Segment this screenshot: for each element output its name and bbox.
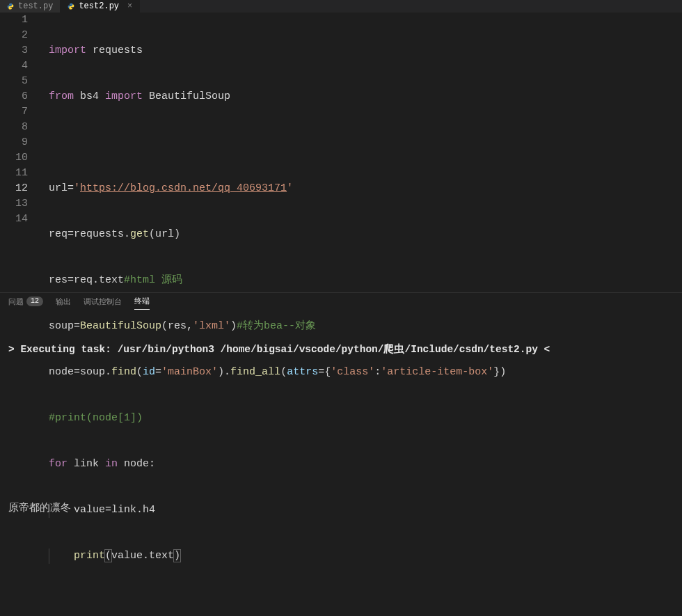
close-icon[interactable]: × xyxy=(127,1,132,11)
terminal[interactable]: > Executing task: /usr/bin/python3 /home… xyxy=(0,310,682,616)
python-icon xyxy=(68,3,74,10)
code-line: import requests xyxy=(35,43,682,58)
bottom-panel: 问题 12 输出 调试控制台 终端 > Executing task: /usr… xyxy=(0,292,682,616)
tab-label: test2.py xyxy=(79,1,119,11)
code-line: res=req.text#html 源码 xyxy=(35,273,682,288)
tab-test2-py[interactable]: test2.py × xyxy=(61,0,140,13)
code-line xyxy=(35,135,682,150)
terminal-exec-line: > Executing task: /usr/bin/python3 /home… xyxy=(8,343,674,356)
code-line: req=requests.get(url) xyxy=(35,227,682,242)
editor[interactable]: 1 2 3 4 5 6 7 8 9 10 11 12 13 14 import … xyxy=(0,13,682,292)
code-line: url='https://blog.csdn.net/qq_40693171' xyxy=(35,181,682,196)
tab-test-py[interactable]: test.py xyxy=(0,0,61,13)
code-area[interactable]: import requests from bs4 import Beautifu… xyxy=(35,13,682,292)
code-line: from bs4 import BeautifulSoup xyxy=(35,89,682,104)
tab-bar: test.py test2.py × xyxy=(0,0,682,13)
python-icon xyxy=(7,3,14,10)
line-gutter: 1 2 3 4 5 6 7 8 9 10 11 12 13 14 xyxy=(0,13,35,292)
tab-label: test.py xyxy=(18,1,53,11)
